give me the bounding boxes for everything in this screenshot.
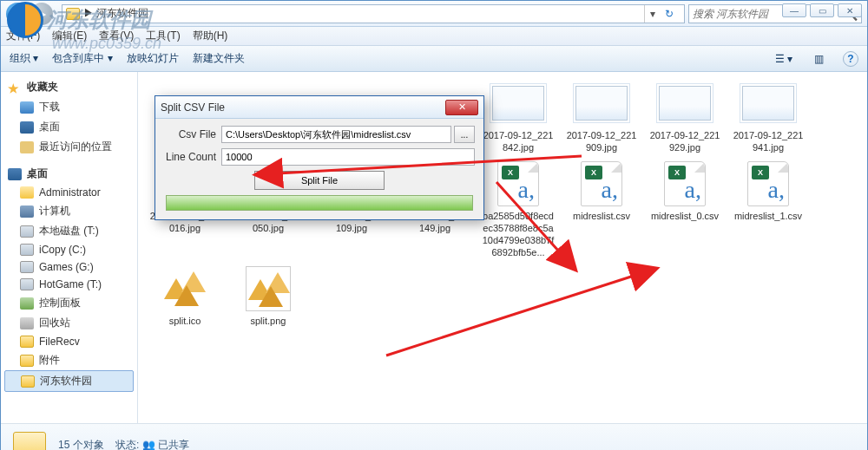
dialog-title: Split CSV File: [161, 101, 445, 114]
address-bar[interactable]: ▶ 河东软件园 ▾ ↻: [62, 4, 685, 23]
recent-icon: [20, 141, 34, 153]
slideshow-button[interactable]: 放映幻灯片: [127, 51, 179, 66]
titlebar: ◀ ▶ ▶ 河东软件园 ▾ ↻ 🔍 — ▭ ✕: [1, 1, 867, 27]
control-panel-icon: [20, 297, 34, 310]
csv-file-icon: Xa,: [490, 161, 546, 206]
file-item[interactable]: Xa,midreslist_1.csv: [730, 161, 806, 259]
img-file-icon: [657, 81, 713, 126]
status-count: 15 个对象: [58, 439, 104, 450]
sidebar-desktop-fav[interactable]: 桌面: [1, 117, 137, 137]
sidebar: ★收藏夹 下载 桌面 最近访问的位置 桌面 Administrator 计算机 …: [1, 72, 138, 423]
sidebar-current-folder[interactable]: 河东软件园: [4, 370, 134, 392]
watermark-url: www.pc0359.cn: [52, 35, 161, 53]
progress-bar: [166, 195, 473, 211]
csv-file-icon: Xa,: [657, 161, 713, 206]
drive-icon: [20, 261, 34, 273]
folder-icon: [66, 8, 80, 20]
folder-icon: [13, 432, 46, 451]
folder-icon: [20, 355, 34, 367]
sidebar-administrator[interactable]: Administrator: [1, 184, 137, 201]
dialog-close-button[interactable]: ✕: [445, 100, 478, 115]
status-state-label: 状态:: [115, 439, 139, 450]
sidebar-drive-g[interactable]: Games (G:): [1, 258, 137, 276]
browse-button[interactable]: ...: [454, 126, 475, 143]
file-name: midreslist_0.csv: [649, 210, 720, 222]
new-folder-button[interactable]: 新建文件夹: [193, 51, 245, 66]
file-name: 2017-09-12_221909.jpg: [563, 129, 640, 154]
file-name: 2017-09-12_221941.jpg: [730, 129, 806, 154]
file-item[interactable]: 2017-09-12_221909.jpg: [563, 81, 640, 154]
csv-file-label: Csv File: [164, 128, 221, 140]
drive-icon: [20, 225, 34, 238]
menu-file[interactable]: 文件(F): [6, 29, 40, 43]
close-button[interactable]: ✕: [838, 3, 862, 17]
download-icon: [20, 101, 34, 114]
user-icon: [20, 186, 34, 199]
sidebar-desktop-header[interactable]: 桌面: [1, 164, 137, 184]
maximize-button[interactable]: ▭: [810, 3, 834, 17]
nav-forward-button[interactable]: ▶: [30, 3, 53, 25]
address-dropdown[interactable]: ▾: [644, 5, 660, 23]
include-library-button[interactable]: 包含到库中 ▾: [52, 51, 112, 66]
sidebar-drive-t[interactable]: 本地磁盘 (T:): [1, 221, 137, 241]
folder-icon: [20, 336, 34, 348]
help-button[interactable]: ?: [843, 51, 858, 67]
file-item[interactable]: Xa,ba2585d50f8ecdec35788f8e8c5a10d4799e0…: [480, 161, 556, 259]
dialog-titlebar[interactable]: Split CSV File ✕: [155, 96, 483, 119]
sidebar-recycle-bin[interactable]: 回收站: [1, 313, 137, 333]
sidebar-control-panel[interactable]: 控制面板: [1, 293, 137, 313]
statusbar: 15 个对象 状态: 👥 已共享: [1, 423, 867, 450]
sidebar-computer[interactable]: 计算机: [1, 201, 137, 221]
refresh-button[interactable]: ↻: [660, 5, 679, 23]
file-item[interactable]: split.ico: [147, 266, 223, 327]
line-count-input[interactable]: [221, 148, 475, 166]
desktop-icon: [20, 121, 34, 134]
sidebar-drive-c[interactable]: iCopy (C:): [1, 241, 137, 258]
status-state-value: 已共享: [158, 439, 189, 450]
file-item[interactable]: 2017-09-12_221842.jpg: [480, 81, 556, 154]
csv-file-input[interactable]: [221, 126, 451, 143]
split-file-button[interactable]: Split File: [254, 171, 385, 190]
star-icon: ★: [8, 82, 22, 94]
line-count-label: Line Count: [164, 151, 221, 163]
csv-file-icon: Xa,: [740, 161, 796, 206]
split-csv-dialog: Split CSV File ✕ Csv File ... Line Count…: [155, 95, 484, 220]
file-item[interactable]: 2017-09-12_221929.jpg: [647, 81, 723, 154]
img-file-icon: [740, 81, 796, 126]
ico-file-icon: [157, 266, 213, 311]
img-file-icon: [574, 81, 629, 126]
file-name: midreslist_1.csv: [733, 210, 804, 222]
sidebar-recent[interactable]: 最近访问的位置: [1, 137, 137, 157]
sidebar-drive-hotgame[interactable]: HotGame (T:): [1, 276, 137, 293]
file-name: split.ico: [168, 315, 203, 327]
organize-button[interactable]: 组织 ▾: [10, 51, 38, 66]
sidebar-favorites-header[interactable]: ★收藏夹: [1, 77, 137, 97]
shared-icon: 👥: [142, 439, 155, 450]
sidebar-filerecv[interactable]: FileRecv: [1, 333, 137, 350]
menu-help[interactable]: 帮助(H): [193, 29, 228, 43]
recycle-bin-icon: [20, 317, 34, 329]
csv-file-icon: Xa,: [574, 161, 629, 206]
nav-back-button[interactable]: ◀: [6, 3, 29, 25]
minimize-button[interactable]: —: [782, 3, 806, 17]
explorer-window: ◀ ▶ ▶ 河东软件园 ▾ ↻ 🔍 — ▭ ✕ 文件(F) 编辑(E) 查看(V…: [0, 0, 868, 450]
file-name: ba2585d50f8ecdec35788f8e8c5a10d4799e038b…: [480, 210, 556, 259]
file-item[interactable]: Xa,midreslist_0.csv: [647, 161, 723, 259]
file-item[interactable]: split.png: [230, 266, 306, 327]
window-controls: — ▭ ✕: [782, 3, 862, 17]
drive-icon: [20, 244, 34, 256]
file-name: midreslist.csv: [571, 210, 632, 222]
file-item[interactable]: Xa,midreslist.csv: [563, 161, 640, 259]
desktop-icon: [8, 168, 22, 180]
file-name: split.png: [249, 315, 288, 327]
computer-icon: [20, 205, 34, 218]
folder-icon: [21, 375, 35, 388]
preview-pane-button[interactable]: ▥: [808, 50, 829, 68]
view-options-button[interactable]: ☰ ▾: [773, 50, 794, 68]
sidebar-downloads[interactable]: 下载: [1, 97, 137, 117]
img-file-icon: [490, 81, 546, 126]
sidebar-attachments[interactable]: 附件: [1, 350, 137, 370]
address-text: ▶ 河东软件园: [83, 6, 644, 21]
file-item[interactable]: 2017-09-12_221941.jpg: [730, 81, 806, 154]
drive-icon: [20, 278, 34, 290]
